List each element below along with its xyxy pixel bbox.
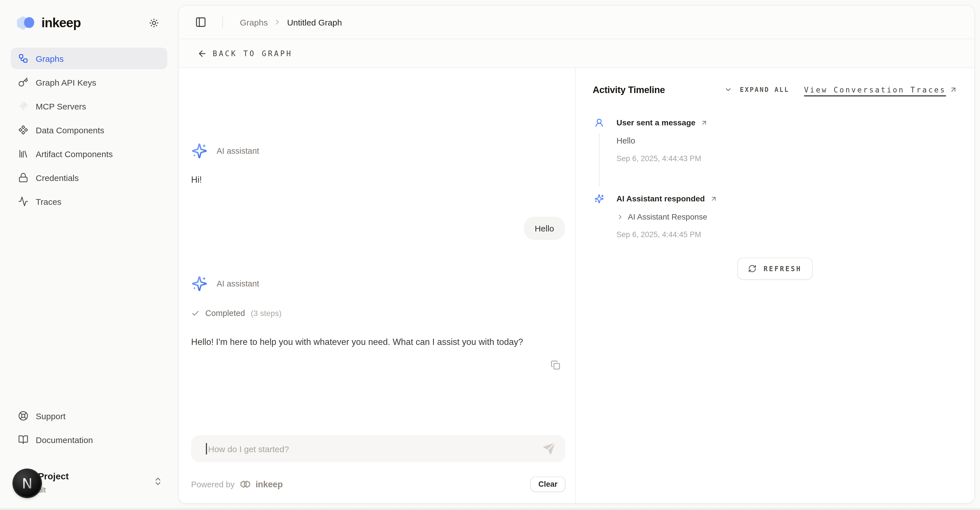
back-to-graph-button[interactable]: BACK TO GRAPH [179,39,974,68]
arrow-left-icon [197,48,207,58]
copy-button[interactable] [551,360,560,370]
life-buoy-icon [18,411,29,421]
sidebar-header: inkeep [11,11,167,34]
arrow-up-right-icon [950,86,957,94]
powered-by-link[interactable]: Powered by inkeep [191,478,283,490]
workflow-icon [18,53,29,64]
user-message-bubble: Hello [524,217,565,240]
lock-icon [18,172,29,183]
status-steps: (3 steps) [251,309,282,318]
assistant-message: Hello! I'm here to help you with whateve… [191,335,528,349]
book-open-icon [18,435,29,445]
assistant-label: AI assistant [216,147,259,155]
event-expand-toggle[interactable]: AI Assistant Response [616,211,957,222]
chevron-down-icon [724,86,732,94]
chevron-right-icon [616,213,624,220]
event-title: User sent a message [616,118,695,127]
completion-status[interactable]: Completed (3 steps) [191,309,565,318]
nextjs-dev-badge[interactable]: N [14,470,41,497]
assistant-header: AI assistant [191,276,565,292]
powered-brand: inkeep [256,479,283,489]
project-subtitle: ult [38,486,69,494]
inkeep-logo: inkeep [16,14,81,32]
message-actions [191,360,560,370]
status-label: Completed [205,309,245,318]
refresh-container: REFRESH [593,258,957,280]
event-title-link[interactable]: User sent a message [616,118,957,128]
arrow-up-right-icon [710,195,718,202]
content-split: AI assistant Hi! Hello AI assistant [179,68,974,503]
theme-toggle-button[interactable] [145,14,163,32]
sidebar-toggle-button[interactable] [195,16,207,28]
key-round-icon [18,77,29,88]
sidebar-item-label: Artifact Components [36,149,113,159]
sparkles-icon [191,143,208,159]
sidebar-item-traces[interactable]: Traces [11,191,167,212]
panel-left-icon [195,16,207,28]
breadcrumb-graphs[interactable]: Graphs [240,17,268,27]
timeline-events: User sent a message Hello Sep 6, 2025, 4… [593,118,957,240]
sidebar-item-label: Documentation [36,435,93,445]
chat-panel: AI assistant Hi! Hello AI assistant [179,68,576,503]
mcp-icon [18,101,29,111]
user-round-icon [594,118,604,128]
chat-messages: AI assistant Hi! Hello AI assistant [191,68,565,435]
assistant-label: AI assistant [216,279,259,288]
event-timestamp: Sep 6, 2025, 4:44:43 PM [616,154,957,164]
sidebar-item-label: MCP Servers [36,101,86,111]
chevron-right-icon [274,18,281,26]
main-content: Graphs Untitled Graph BACK TO GRAPH [178,5,975,504]
sidebar-nav: Graphs Graph API Keys MCP Servers Data C… [11,48,167,212]
sidebar-footer-nav: Support Documentation [11,405,167,450]
arrow-up-right-icon [701,119,708,126]
sparkles-icon [594,194,604,204]
app-window: inkeep Graphs Graph API Keys MCP Servers… [0,0,980,510]
event-expand-label: AI Assistant Response [628,211,707,222]
topbar: Graphs Untitled Graph [179,6,974,39]
sidebar-item-label: Credentials [36,173,79,182]
sidebar-item-data-components[interactable]: Data Components [11,119,167,141]
chevrons-up-down-icon[interactable] [153,477,163,486]
event-title-link[interactable]: AI Assistant responded [616,193,957,204]
refresh-button[interactable]: REFRESH [738,258,813,280]
timeline-actions: EXPAND ALL View Conversation Traces [724,85,957,94]
view-traces-label: View Conversation Traces [804,85,946,94]
back-to-graph-label: BACK TO GRAPH [213,49,293,57]
timeline-header: Activity Timeline EXPAND ALL View Conver… [593,82,957,97]
assistant-message: Hi! [191,175,565,185]
sidebar-item-label: Data Components [36,125,104,135]
send-icon [543,443,555,455]
sparkles-icon [191,276,208,292]
view-conversation-traces-link[interactable]: View Conversation Traces [804,85,958,94]
send-button[interactable] [543,443,555,455]
sidebar-item-label: Graphs [36,54,64,63]
activity-timeline-panel: Activity Timeline EXPAND ALL View Conver… [576,68,974,503]
event-timestamp: Sep 6, 2025, 4:44:45 PM [616,230,957,240]
sidebar-item-artifact-components[interactable]: Artifact Components [11,143,167,164]
clear-button[interactable]: Clear [530,477,565,492]
avatar-letter: N [22,475,32,492]
copy-icon [551,360,560,370]
sidebar-item-label: Traces [36,196,62,206]
inkeep-mark-icon [239,478,251,490]
sidebar-item-label: Graph API Keys [36,77,96,87]
expand-all-button[interactable]: EXPAND ALL [740,86,789,94]
library-icon [18,149,29,159]
component-icon [18,125,29,135]
project-switcher[interactable]: N Project ult [11,469,167,497]
powered-by-label: Powered by [191,480,234,489]
sidebar-item-credentials[interactable]: Credentials [11,167,167,188]
sidebar-item-graph-api-keys[interactable]: Graph API Keys [11,72,167,93]
chat-input[interactable] [191,444,565,454]
event-title: AI Assistant responded [616,194,705,203]
sidebar-item-graphs[interactable]: Graphs [11,48,167,69]
chat-composer [191,435,565,462]
event-body: Hello [616,135,957,147]
sidebar-item-support[interactable]: Support [11,405,167,427]
sidebar-item-mcp-servers[interactable]: MCP Servers [11,95,167,117]
collapse-toggle-button[interactable] [724,86,732,94]
sidebar-item-documentation[interactable]: Documentation [11,429,167,450]
breadcrumb: Graphs Untitled Graph [240,17,342,27]
topbar-divider [222,16,223,29]
timeline-event-user-message: User sent a message Hello Sep 6, 2025, 4… [593,118,957,164]
